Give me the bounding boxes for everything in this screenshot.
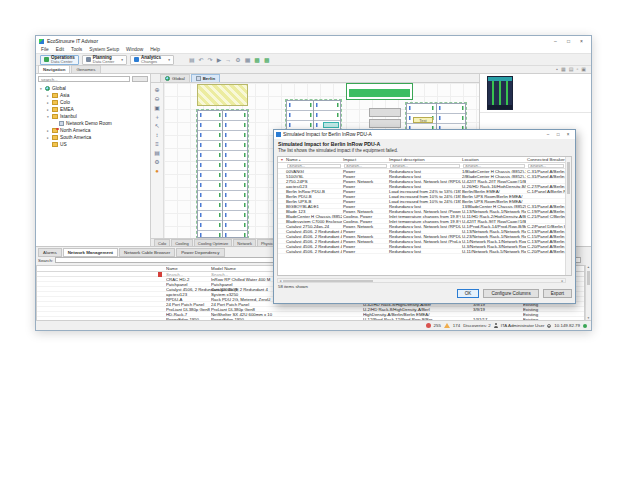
- scroll-up-icon[interactable]: ▴: [586, 265, 591, 270]
- critical-alarms-count[interactable]: 255: [434, 323, 441, 328]
- column-header-name[interactable]: Name▴: [285, 157, 342, 162]
- column-header-connected-breaker[interactable]: Connected Breaker: [526, 157, 565, 162]
- redo-icon[interactable]: ↷: [208, 55, 213, 65]
- impact-table-vscrollbar[interactable]: [565, 157, 571, 275]
- column-header-impact[interactable]: Impact: [342, 157, 388, 162]
- undo-icon[interactable]: ↶: [199, 55, 204, 65]
- dialog-close-button[interactable]: ×: [563, 130, 573, 139]
- add-rack-icon[interactable]: ▩: [264, 55, 270, 65]
- expander-icon[interactable]: ▸: [46, 108, 50, 112]
- layout-icon[interactable]: ▣: [581, 66, 586, 73]
- export-icon[interactable]: →: [225, 55, 231, 65]
- pdu-preview-image[interactable]: [487, 76, 513, 110]
- pin-icon[interactable]: ▪: [556, 66, 558, 73]
- maximize-button[interactable]: □: [562, 36, 575, 46]
- expander-icon[interactable]: ▸: [46, 101, 50, 105]
- equipment-block[interactable]: [369, 119, 401, 128]
- dialog-maximize-button[interactable]: □: [553, 130, 563, 139]
- copy-icon[interactable]: ▦: [245, 55, 251, 65]
- layer-tab-network[interactable]: Network: [233, 239, 256, 246]
- tree-item-north-america[interactable]: ▸North America: [36, 127, 150, 134]
- save-icon[interactable]: ▤: [189, 55, 195, 65]
- ok-button[interactable]: OK: [457, 289, 480, 298]
- menu-tools[interactable]: Tools: [71, 47, 82, 52]
- warning-alarms-count[interactable]: 174: [453, 323, 460, 328]
- minimize-panel-icon[interactable]: ▫: [576, 66, 578, 73]
- bottom-table-scrollbar[interactable]: ▴ ▾: [585, 265, 591, 321]
- zoom-in-icon[interactable]: ⊕: [154, 87, 159, 93]
- layers-icon[interactable]: ≡: [155, 141, 159, 147]
- measure-icon[interactable]: ↕: [156, 132, 159, 138]
- tree-item-colo[interactable]: ▸Colo: [36, 99, 150, 106]
- export-button[interactable]: Export: [543, 289, 572, 298]
- menu-edit[interactable]: Edit: [56, 47, 64, 52]
- pan-icon[interactable]: ＋: [154, 114, 160, 120]
- grid-view-icon[interactable]: ▦: [561, 66, 566, 73]
- tree-item-network-demo-room[interactable]: Network Demo Room: [36, 120, 150, 127]
- zoom-out-icon[interactable]: ⊖: [154, 96, 159, 102]
- tree-item-asia[interactable]: ▸Asia: [36, 92, 150, 99]
- location-search-input[interactable]: [38, 76, 130, 82]
- impact-row[interactable]: Catalyst 4506, 2 Redundant 4200w (EPower…: [278, 249, 565, 254]
- impact-filter-input[interactable]: [344, 164, 387, 169]
- bottom-tab-alarms[interactable]: Alarms: [38, 248, 62, 257]
- print-icon[interactable]: ▤: [154, 150, 160, 156]
- equipment-block[interactable]: [369, 108, 401, 117]
- perspective-analytics[interactable]: AnalyticsChanges▾: [130, 55, 174, 65]
- tree-item-global[interactable]: ▾Global: [36, 85, 150, 92]
- rack-row-left[interactable]: [197, 110, 248, 238]
- tree-item-south-america[interactable]: ▸South America: [36, 134, 150, 141]
- layer-tab-cooling[interactable]: Cooling: [171, 239, 193, 246]
- menu-file[interactable]: File: [41, 47, 49, 52]
- filter-funnel-icon[interactable]: ▼: [278, 157, 285, 162]
- save-view-icon[interactable]: ▤: [569, 66, 574, 73]
- selected-pdu-symbol[interactable]: [346, 83, 413, 100]
- column-header-location[interactable]: Location: [461, 157, 526, 162]
- minimize-button[interactable]: –: [549, 36, 562, 46]
- settings-icon[interactable]: ⚙: [154, 159, 159, 165]
- expander-icon[interactable]: ▸: [46, 94, 50, 98]
- dialog-minimize-button[interactable]: –: [543, 130, 553, 139]
- bottom-tab-network-management[interactable]: Network Management: [63, 248, 118, 257]
- expander-icon[interactable]: ▸: [46, 129, 50, 133]
- panel-tab-navigation[interactable]: Navigation: [38, 65, 70, 73]
- location-filter-input[interactable]: [463, 164, 525, 169]
- map-tab-berlin[interactable]: Berlin: [191, 74, 220, 82]
- scroll-right-icon[interactable]: ▸: [560, 279, 565, 283]
- bottom-tab-power-dependency[interactable]: Power Dependency: [176, 248, 224, 257]
- tools-icon[interactable]: ⚙: [235, 55, 240, 65]
- search-go-button[interactable]: [132, 76, 148, 82]
- alert-dot[interactable]: ●: [155, 168, 159, 174]
- add-equipment-icon[interactable]: ▩: [254, 55, 260, 65]
- run-simulation-icon[interactable]: ▶: [217, 55, 222, 65]
- menu-system-setup[interactable]: System Setup: [89, 47, 119, 52]
- perspective-operations[interactable]: OperationsData Center: [40, 55, 79, 65]
- layer-tab-cooling-optimize[interactable]: Cooling Optimize: [194, 239, 232, 246]
- warning-alarms-icon[interactable]: [444, 323, 450, 328]
- zoom-fit-icon[interactable]: ▣: [154, 105, 160, 111]
- tree-item-us[interactable]: US: [36, 141, 150, 148]
- rack-column[interactable]: [223, 111, 247, 237]
- discoveries-status[interactable]: Discoveries: 2: [463, 323, 491, 328]
- impact-description-filter-input[interactable]: [390, 164, 460, 169]
- dropdown-caret-icon[interactable]: ▾: [121, 58, 123, 62]
- perspective-planning[interactable]: PlanningData Center▾: [82, 55, 127, 65]
- map-tab-global[interactable]: Global: [160, 74, 190, 82]
- expander-icon[interactable]: ▾: [39, 87, 43, 91]
- configure-columns-button[interactable]: Configure Columns: [483, 289, 538, 298]
- expander-icon[interactable]: ▾: [46, 115, 50, 119]
- dropdown-caret-icon[interactable]: ▾: [168, 58, 170, 62]
- panel-tab-genomes[interactable]: Genomes: [71, 65, 100, 73]
- connected-breaker-filter-input[interactable]: [528, 164, 564, 169]
- expander-icon[interactable]: ▸: [46, 136, 50, 140]
- rack-column[interactable]: [198, 111, 223, 237]
- critical-alarms-icon[interactable]: [426, 323, 431, 328]
- column-header-impact-description[interactable]: Impact description: [388, 157, 461, 162]
- select-icon[interactable]: ↖: [154, 123, 159, 129]
- tree-item-emea[interactable]: ▸EMEA: [36, 106, 150, 113]
- bottom-tab-network-cable-browser[interactable]: Network Cable Browser: [119, 248, 175, 257]
- impact-table-hscrollbar[interactable]: ◂ ▸: [277, 278, 566, 283]
- menu-help[interactable]: Help: [150, 47, 160, 52]
- menu-window[interactable]: Window: [126, 47, 143, 52]
- name-filter-input[interactable]: [287, 164, 341, 169]
